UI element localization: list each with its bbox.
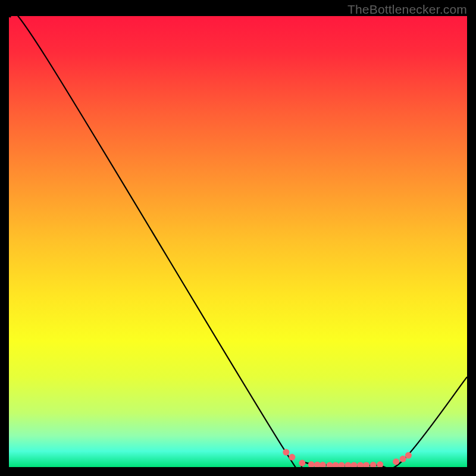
watermark: TheBottlenecker.com — [347, 2, 467, 17]
marker-dot — [289, 454, 295, 461]
chart-frame — [9, 16, 467, 467]
chart-background — [9, 16, 467, 467]
marker-dot — [299, 460, 305, 466]
marker-dot — [405, 452, 412, 459]
marker-dot — [283, 449, 289, 455]
marker-dot — [393, 458, 399, 465]
chart-svg — [9, 16, 467, 467]
marker-dot — [400, 456, 406, 462]
